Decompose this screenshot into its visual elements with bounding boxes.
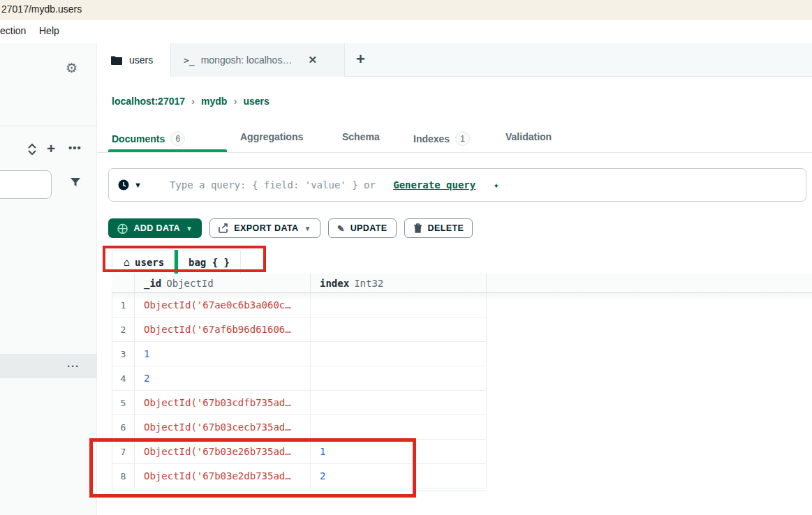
- new-tab-plus-icon[interactable]: +: [356, 52, 365, 67]
- row-number: 3: [112, 342, 135, 366]
- query-history-caret-icon[interactable]: ▼: [134, 181, 142, 189]
- row-number: 5: [112, 391, 135, 415]
- row-number: 6: [112, 415, 135, 440]
- table-row[interactable]: 8 ObjectId('67b03e2db735ad… 2: [112, 464, 812, 488]
- sidebar: ⚙ + ••• ···: [0, 43, 97, 515]
- tab-label: Validation: [505, 131, 552, 142]
- collapse-all-icon[interactable]: [27, 143, 38, 156]
- table-row[interactable]: 7 ObjectId('67b03e26b735ad… 1: [112, 440, 812, 464]
- column-header-id[interactable]: _id ObjectId: [135, 274, 311, 292]
- column-name: _id: [144, 278, 161, 289]
- sparkle-icon: ✦: [494, 179, 499, 191]
- add-data-button[interactable]: ⨁ ADD DATA ▼: [108, 218, 202, 238]
- table-row[interactable]: 2 ObjectId('67af6b96d61606…: [112, 318, 812, 342]
- plus-circle-icon: ⨁: [117, 222, 128, 234]
- sidebar-search-input[interactable]: [0, 170, 52, 199]
- row-number: 7: [112, 440, 135, 464]
- sidebar-item-users-selected[interactable]: ···: [0, 354, 97, 378]
- tab-label: Aggregations: [240, 131, 303, 142]
- caret-down-icon: ▼: [304, 225, 311, 232]
- export-data-button[interactable]: EXPORT DATA ▼: [209, 218, 320, 238]
- menu-item-connection[interactable]: ection: [0, 25, 26, 36]
- table-breadcrumb-tabs: ⌂ users bag { }: [112, 250, 241, 274]
- table-bottom-edge: [112, 488, 487, 491]
- cell-index[interactable]: [311, 318, 487, 342]
- cell-id[interactable]: 1: [135, 342, 311, 366]
- tab-validation[interactable]: Validation: [505, 131, 552, 142]
- cell-index[interactable]: [311, 342, 487, 366]
- cell-id[interactable]: ObjectId('67b03cecb735ad…: [135, 415, 311, 440]
- query-placeholder: Type a query: { field: 'value' } or: [170, 179, 376, 191]
- button-label: DELETE: [428, 223, 464, 233]
- workspace-tab-label: mongosh: localhos…: [201, 54, 293, 66]
- cell-id[interactable]: ObjectId('67b03e2db735ad…: [135, 464, 311, 488]
- query-bar[interactable]: ▼ Type a query: { field: 'value' } or Ge…: [108, 168, 806, 202]
- document-actions-toolbar: ⨁ ADD DATA ▼ EXPORT DATA ▼ ✎ UPDATE DELE…: [108, 218, 473, 238]
- workspace-tab-users[interactable]: users: [97, 43, 171, 77]
- gear-icon[interactable]: ⚙: [66, 61, 77, 75]
- column-type: ObjectId: [166, 278, 213, 289]
- cell-index[interactable]: 1: [311, 440, 487, 464]
- table-row[interactable]: 4 2: [112, 366, 812, 391]
- sidebar-more-icon[interactable]: •••: [68, 142, 82, 154]
- home-icon: ⌂: [124, 256, 130, 269]
- close-tab-icon[interactable]: ✕: [308, 54, 317, 66]
- table-row[interactable]: 3 1: [112, 342, 812, 366]
- cell-index[interactable]: [311, 293, 487, 318]
- button-label: ADD DATA: [133, 223, 180, 233]
- cell-id[interactable]: ObjectId('67b03e26b735ad…: [135, 440, 311, 464]
- window-title-bar: 27017/mydb.users: [0, 0, 812, 20]
- tab-schema[interactable]: Schema: [342, 131, 380, 142]
- trash-icon: [413, 223, 422, 233]
- header-filler: [487, 274, 812, 292]
- column-header-index[interactable]: index Int32: [311, 274, 487, 292]
- table-row[interactable]: 6 ObjectId('67b03cecb735ad…: [112, 415, 812, 440]
- column-type: Int32: [354, 278, 383, 289]
- cell-index[interactable]: [311, 366, 487, 391]
- chevron-right-icon: ›: [233, 95, 237, 107]
- cell-index[interactable]: [311, 391, 487, 415]
- cell-id[interactable]: 2: [135, 366, 311, 391]
- workspace-tab-mongosh[interactable]: >_ mongosh: localhos… ✕: [171, 43, 345, 77]
- menu-item-help[interactable]: Help: [39, 25, 59, 36]
- table-row[interactable]: 5 ObjectId('67b03cdfb735ad…: [112, 391, 812, 415]
- export-icon: [219, 223, 228, 233]
- breadcrumb: localhost:27017 › mydb › users: [112, 95, 270, 107]
- cell-id[interactable]: ObjectId('67b03cdfb735ad…: [135, 391, 311, 415]
- tab-label: Schema: [342, 131, 380, 142]
- table-breadcrumb-nested-bag[interactable]: bag { }: [178, 250, 241, 274]
- collection-tab-bar: Documents 6 Aggregations Schema Indexes …: [97, 126, 812, 153]
- table-header-row: _id ObjectId index Int32: [112, 274, 812, 293]
- cell-id[interactable]: ObjectId('67af6b96d61606…: [135, 318, 311, 342]
- tab-indexes[interactable]: Indexes 1: [413, 131, 470, 146]
- table-breadcrumb-root[interactable]: ⌂ users: [112, 250, 175, 274]
- button-label: EXPORT DATA: [234, 223, 298, 233]
- active-tab-underline: [108, 149, 227, 152]
- breadcrumb-host[interactable]: localhost:27017: [112, 96, 185, 107]
- breadcrumb-tab-label: users: [135, 257, 164, 268]
- delete-button[interactable]: DELETE: [404, 218, 473, 238]
- query-input[interactable]: Type a query: { field: 'value' } or Gene…: [170, 179, 499, 191]
- cell-index[interactable]: [311, 415, 487, 440]
- filter-icon[interactable]: [69, 176, 82, 188]
- update-button[interactable]: ✎ UPDATE: [328, 218, 397, 238]
- query-history-clock-icon[interactable]: [118, 179, 129, 191]
- row-number: 2: [112, 318, 135, 342]
- chevron-right-icon: ›: [191, 95, 195, 107]
- main-panel: users >_ mongosh: localhos… ✕ + localhos…: [97, 43, 812, 515]
- cell-index[interactable]: 2: [311, 464, 487, 488]
- tab-documents[interactable]: Documents 6: [112, 131, 185, 146]
- breadcrumb-database[interactable]: mydb: [201, 96, 227, 107]
- breadcrumb-collection[interactable]: users: [243, 96, 269, 107]
- breadcrumb-tab-label: bag { }: [189, 257, 230, 268]
- cell-id[interactable]: ObjectId('67ae0c6b3a060c…: [135, 293, 311, 318]
- indexes-count-badge: 1: [455, 131, 470, 146]
- generate-query-link[interactable]: Generate query: [393, 179, 475, 191]
- pencil-icon: ✎: [337, 223, 345, 234]
- tab-aggregations[interactable]: Aggregations: [240, 131, 303, 142]
- sidebar-item-menu-icon[interactable]: ···: [67, 360, 80, 372]
- column-name: index: [320, 278, 349, 289]
- table-row[interactable]: 1 ObjectId('67ae0c6b3a060c…: [112, 293, 812, 318]
- tab-label: Indexes: [413, 133, 450, 144]
- create-collection-plus-icon[interactable]: +: [47, 140, 55, 157]
